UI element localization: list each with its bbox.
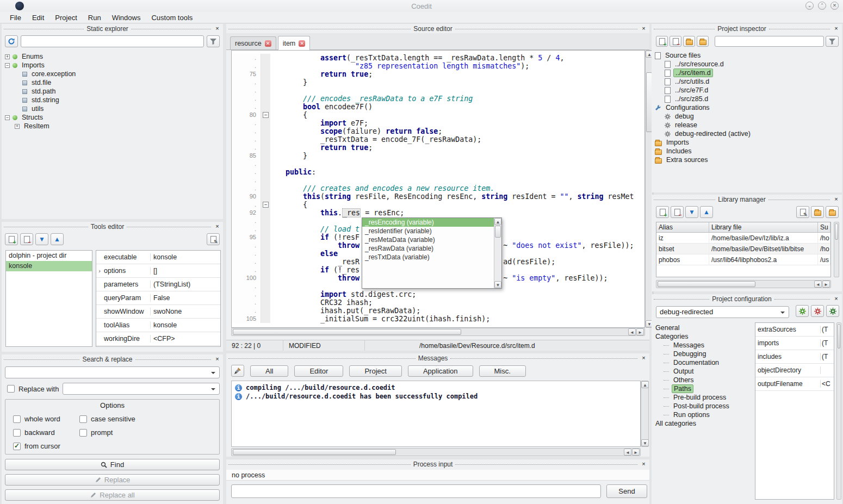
- scroll-thumb[interactable]: [835, 223, 838, 240]
- code-line[interactable]: . ihash.put(_resRawData);: [232, 307, 636, 315]
- refresh-symbols-button[interactable]: [5, 35, 18, 47]
- close-icon[interactable]: ×: [214, 356, 221, 363]
- property-row[interactable]: includes(T: [755, 350, 834, 364]
- tree-item-source-files[interactable]: Source files: [655, 51, 839, 60]
- gutter-cell[interactable]: .: [232, 176, 261, 184]
- tree-item-module[interactable]: std.string: [5, 96, 220, 104]
- column-alias[interactable]: Alias: [656, 222, 709, 232]
- gutter-cell[interactable]: .: [232, 168, 261, 176]
- scroll-left-icon[interactable]: ◄: [814, 281, 822, 288]
- close-icon[interactable]: ×: [833, 295, 840, 302]
- gutter-cell[interactable]: .: [232, 225, 261, 233]
- replace-with-checkbox[interactable]: [7, 385, 15, 393]
- column-library-file[interactable]: Library file: [709, 222, 818, 232]
- gutter-cell[interactable]: .: [232, 119, 261, 127]
- scroll-down-icon[interactable]: ▼: [494, 281, 501, 288]
- tree-item-file[interactable]: ../src/z85.d: [655, 95, 839, 103]
- property-row[interactable]: extraSources(T: [755, 323, 834, 337]
- delete-config-button[interactable]: [811, 305, 824, 317]
- tree-item-module[interactable]: std.file: [5, 78, 220, 87]
- config-vscrollbar[interactable]: [836, 322, 841, 500]
- property-row[interactable]: imports(T: [755, 337, 834, 350]
- filter-button[interactable]: [826, 36, 839, 47]
- tree-item-includes[interactable]: Includes: [655, 147, 839, 155]
- move-tool-up-button[interactable]: ▲: [51, 233, 64, 245]
- tool-list-item-selected[interactable]: konsole: [6, 261, 92, 271]
- symbol-search-input[interactable]: [21, 35, 204, 47]
- gutter-cell[interactable]: 75: [232, 70, 261, 78]
- gutter-cell[interactable]: .: [232, 201, 261, 209]
- gutter-cell[interactable]: .: [232, 298, 261, 307]
- window-close-icon[interactable]: ✕: [830, 2, 839, 10]
- close-icon[interactable]: ×: [640, 25, 647, 32]
- tree-item-resitem[interactable]: ResItem: [5, 122, 220, 130]
- tree-item-imports[interactable]: Imports: [655, 138, 839, 147]
- close-icon[interactable]: ×: [833, 25, 840, 32]
- remove-tool-button[interactable]: [20, 233, 33, 245]
- tab-close-icon[interactable]: ✕: [265, 40, 271, 47]
- window-maximize-icon[interactable]: ⌃: [818, 2, 826, 10]
- message-row[interactable]: i/.../build/resource.d.coedit has been s…: [235, 392, 637, 401]
- open-project-folder-button[interactable]: [697, 36, 709, 47]
- code-line[interactable]: . _resTxtData = encode_7F(_resRawData);: [232, 135, 636, 144]
- remove-library-button[interactable]: [671, 206, 684, 218]
- scroll-down-icon[interactable]: ▼: [641, 439, 649, 446]
- code-line[interactable]: . import e7F;: [232, 119, 636, 127]
- close-icon[interactable]: ×: [214, 25, 221, 32]
- expand-icon[interactable]: [15, 124, 20, 129]
- code-line[interactable]: 90 this(string resFile, ResEncoding resE…: [232, 192, 636, 201]
- completion-item-selected[interactable]: _resEncoding (variable): [362, 218, 501, 227]
- completion-item[interactable]: _resRawData (variable): [362, 244, 501, 253]
- register-folder-button[interactable]: [826, 206, 839, 218]
- category-paths-selected[interactable]: Paths: [654, 384, 752, 393]
- gutter-cell[interactable]: .: [232, 160, 261, 168]
- gutter-cell[interactable]: .: [232, 290, 261, 298]
- checkbox-checked-icon[interactable]: [13, 443, 21, 450]
- code-line[interactable]: 75 return true;: [232, 70, 636, 78]
- scroll-thumb[interactable]: [495, 226, 501, 238]
- add-library-button[interactable]: [656, 206, 669, 218]
- expand-icon[interactable]: [5, 54, 10, 59]
- tab-item[interactable]: item ✕: [278, 36, 311, 50]
- run-tool-button[interactable]: [207, 233, 220, 245]
- collapse-icon[interactable]: [5, 63, 10, 68]
- property-row[interactable]: showWindowswoNone: [96, 305, 220, 319]
- collapse-icon[interactable]: [5, 115, 10, 120]
- property-row[interactable]: workingDire<CFP>: [96, 332, 220, 346]
- tree-item-file[interactable]: ../src/e7F.d: [655, 86, 839, 95]
- property-row[interactable]: executablekonsole: [96, 251, 220, 264]
- filter-application-button[interactable]: Application: [408, 365, 473, 377]
- menu-project[interactable]: Project: [49, 13, 82, 23]
- message-row[interactable]: icompiling /.../build/resource.d.coedit: [235, 383, 637, 392]
- tree-item-file-selected[interactable]: ../src/item.d: [655, 69, 839, 77]
- gutter-cell[interactable]: .: [232, 250, 261, 258]
- option-case-sensitive[interactable]: case sensitive: [79, 415, 135, 423]
- property-row[interactable]: parameters(TStringList): [96, 278, 220, 291]
- category-post-build[interactable]: Post-build process: [654, 402, 752, 410]
- code-line[interactable]: .public:: [232, 168, 636, 176]
- send-button[interactable]: Send: [606, 484, 647, 498]
- fold-marker-icon[interactable]: [261, 111, 270, 119]
- code-line[interactable]: . CRC32 ihash;: [232, 298, 636, 307]
- scroll-right-icon[interactable]: ►: [636, 328, 644, 335]
- tab-resource[interactable]: resource ✕: [230, 36, 276, 49]
- sync-config-button[interactable]: [796, 305, 809, 317]
- editor-hscrollbar[interactable]: ◄ ►: [231, 328, 645, 336]
- filter-all-button[interactable]: All: [250, 365, 288, 377]
- table-header-row[interactable]: Alias Library file Su: [656, 222, 830, 233]
- tab-close-icon[interactable]: ✕: [299, 40, 305, 47]
- tree-item-enums[interactable]: Enums: [5, 52, 220, 61]
- messages-vscrollbar[interactable]: ▲ ▼: [641, 381, 649, 447]
- tree-item-file[interactable]: ../src/resource.d: [655, 60, 839, 69]
- gutter-cell[interactable]: 85: [232, 152, 261, 160]
- code-line[interactable]: . return true;: [232, 144, 636, 152]
- tree-item-module[interactable]: std.path: [5, 87, 220, 96]
- gutter-cell[interactable]: .: [232, 282, 261, 290]
- tree-item-config[interactable]: debug: [655, 112, 839, 121]
- gutter-cell[interactable]: .: [232, 127, 261, 135]
- close-icon[interactable]: ×: [640, 354, 647, 362]
- gutter-cell[interactable]: 90: [232, 192, 261, 201]
- option-whole-word[interactable]: whole word: [13, 415, 60, 423]
- scroll-right-icon[interactable]: ►: [822, 281, 830, 288]
- completion-item[interactable]: _resTxtData (variable): [362, 253, 501, 262]
